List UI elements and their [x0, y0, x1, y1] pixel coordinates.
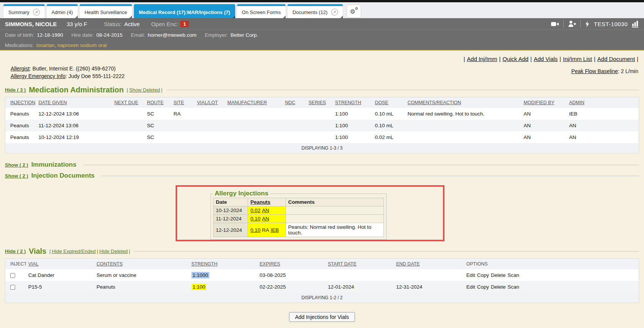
add-injections-for-vials-button[interactable]: Add Injections for Vials	[289, 312, 355, 322]
bolt-icon[interactable]	[585, 20, 590, 28]
email-value: horner@mieweb.com	[148, 32, 196, 38]
sort-comments[interactable]: COMMENTS/REACTION	[408, 100, 461, 105]
cell-modified-by: AN	[521, 120, 567, 131]
allergist-link[interactable]: Allergist	[11, 66, 30, 72]
sort-next-due[interactable]: NEXT DUE	[115, 100, 138, 105]
cell-admin: AN	[567, 120, 639, 131]
cell-vial: P15-5	[26, 281, 94, 293]
dose-link[interactable]: 0.10	[250, 216, 260, 222]
cell-injection: Peanuts	[5, 108, 36, 120]
hide-expired-link[interactable]: Hide Expired/Ended	[52, 248, 96, 254]
inj-imm-list-link[interactable]: Inj/Imm List	[563, 56, 592, 62]
table-row[interactable]: Peanuts 12-12-2024 13:06 SC RA 1:100 0.1…	[5, 108, 639, 120]
pipe: |	[637, 56, 638, 62]
table-row[interactable]: Cat Dander Serum or vaccine 1:1000 03-08…	[5, 269, 639, 281]
video-call-icon[interactable]	[551, 21, 559, 27]
vials-section-header: Hide ( 2 ) Vials |Hide Expired/Ended|Hid…	[5, 247, 639, 256]
injection-documents-toggle[interactable]: Show ( 2 )	[5, 173, 28, 179]
sort-site[interactable]: SITE	[174, 100, 184, 105]
settings-button[interactable]: ⚙ ⚙	[347, 5, 361, 18]
section-rule	[102, 176, 639, 176]
sort-injection[interactable]: INJECTION	[10, 100, 35, 105]
quick-add-link[interactable]: Quick Add	[503, 56, 528, 62]
cell-injection: Peanuts	[5, 131, 36, 143]
inject-checkbox[interactable]	[10, 285, 15, 290]
sort-end-date[interactable]: END DATE	[396, 261, 420, 267]
copy-link[interactable]: Copy	[477, 272, 489, 278]
sort-vial-lot[interactable]: VIAL/LOT	[197, 100, 218, 105]
injection-documents-title: Injection Documents	[31, 172, 94, 180]
show-deleted-link[interactable]: Show Deleted	[129, 87, 160, 93]
immunizations-toggle[interactable]: Show ( 2 )	[5, 162, 28, 168]
tab-on-screen-forms[interactable]: On Screen Forms	[237, 4, 286, 18]
add-person-icon[interactable]	[568, 20, 576, 27]
chart-icon[interactable]	[632, 20, 639, 28]
open-enc-label: Open Enc:	[151, 21, 178, 27]
injection-comment	[286, 215, 383, 223]
sort-vial[interactable]: VIAL	[28, 261, 39, 267]
edit-link[interactable]: Edit	[467, 284, 475, 290]
medications-list[interactable]: losartan, naproxen sodium oral	[36, 42, 107, 48]
allergy-injections-title: Allergy Injections	[213, 190, 270, 197]
add-inj-imm-link[interactable]: Add Inj/Imm	[467, 56, 497, 62]
tab-medical-record[interactable]: Medical Record (17):MAR/Injections (7)	[134, 4, 235, 18]
sort-series[interactable]: SERIES	[309, 100, 326, 105]
sort-route[interactable]: ROUTE	[147, 100, 164, 105]
edit-link[interactable]: Edit	[467, 272, 475, 278]
cell-vial-lot	[195, 131, 225, 143]
add-document-link[interactable]: Add Document	[597, 56, 635, 62]
sort-strength[interactable]: STRENGTH	[335, 100, 361, 105]
peak-flow-baseline-link[interactable]: Peak Flow Baseline	[571, 68, 618, 74]
sort-modified-by[interactable]: MODIFIED BY	[524, 100, 554, 105]
hide-deleted-link[interactable]: Hide Deleted	[99, 248, 128, 254]
inject-checkbox[interactable]	[10, 273, 15, 278]
tab-admin[interactable]: Admin (4)	[47, 4, 78, 18]
tab-summary[interactable]: Summary ↗	[3, 4, 45, 18]
sort-start-date[interactable]: START DATE	[328, 261, 357, 267]
sort-expires[interactable]: EXPIRES	[260, 261, 280, 267]
cell-end-date: 12-31-2024	[394, 281, 464, 293]
vials-toggle[interactable]: Hide ( 2 )	[5, 248, 26, 254]
sort-manufacturer[interactable]: MANUFACTURER	[228, 100, 267, 105]
delete-link[interactable]: Delete	[491, 272, 506, 278]
table-row[interactable]: P15-5 Peanuts 1:100 02-22-2025 12-01-202…	[5, 281, 639, 293]
col-peanuts-link[interactable]: Peanuts	[250, 199, 270, 205]
delete-link[interactable]: Delete	[491, 284, 506, 290]
open-encounter-badge[interactable]: 1	[181, 21, 188, 27]
initials-link[interactable]: AN	[262, 208, 269, 213]
highlight-annotation-box: Allergy Injections Date Peanuts Comments…	[176, 185, 445, 241]
copy-link[interactable]: Copy	[477, 284, 489, 290]
cell-dose: 0.10 mL	[373, 108, 405, 120]
external-link-icon[interactable]: ↗	[331, 9, 338, 16]
tab-health-surveillance[interactable]: Health Surveillance	[80, 4, 132, 18]
sort-contents[interactable]: CONTENTS	[97, 261, 123, 267]
external-link-icon[interactable]: ↗	[33, 9, 40, 16]
table-row[interactable]: Peanuts 10-12-2024 12:19 SC 1:100 0.02 m…	[5, 131, 639, 143]
sort-strength[interactable]: STRENGTH	[192, 261, 218, 267]
main-content: |Add Inj/Imm|Quick Add|Add Vials|Inj/Imm…	[0, 51, 644, 328]
tab-documents[interactable]: Documents (12) ↗	[287, 4, 342, 18]
dose-link[interactable]: 0.10	[250, 227, 260, 233]
sort-admin[interactable]: ADMIN	[569, 100, 584, 105]
table-row[interactable]: Peanuts 11-12-2024 13:06 SC 1:100 0.10 m…	[5, 120, 639, 131]
cell-strength: 1:100	[333, 120, 373, 131]
dose-link[interactable]: 0.02	[250, 208, 260, 213]
tab-medical-record-label: Medical Record (17):MAR/Injections (7)	[139, 9, 230, 15]
allergy-emergency-info-link[interactable]: Allergy Emergency Info	[11, 73, 66, 79]
med-admin-toggle[interactable]: Hide ( 3 )	[5, 87, 26, 93]
initials-link[interactable]: IEB	[270, 227, 279, 233]
cell-manufacturer	[225, 120, 283, 131]
scan-link[interactable]: Scan	[507, 272, 519, 278]
scan-link[interactable]: Scan	[507, 284, 519, 290]
sort-dose[interactable]: DOSE	[375, 100, 388, 105]
initials-link[interactable]: AN	[262, 216, 269, 222]
injection-documents-section-header: Show ( 2 ) Injection Documents	[5, 172, 639, 180]
sort-date-given[interactable]: DATE GIVEN	[39, 100, 67, 105]
cell-modified-by: AN	[521, 131, 567, 143]
add-vials-link[interactable]: Add Vials	[534, 56, 558, 62]
pipe: |	[127, 87, 128, 93]
strength-highlight-yellow: 1:100	[192, 284, 207, 290]
cell-site	[171, 120, 195, 131]
vials-header-row: INJECT VIAL CONTENTS STRENGTH EXPIRES ST…	[5, 259, 639, 270]
sort-ndc[interactable]: NDC	[285, 100, 295, 105]
